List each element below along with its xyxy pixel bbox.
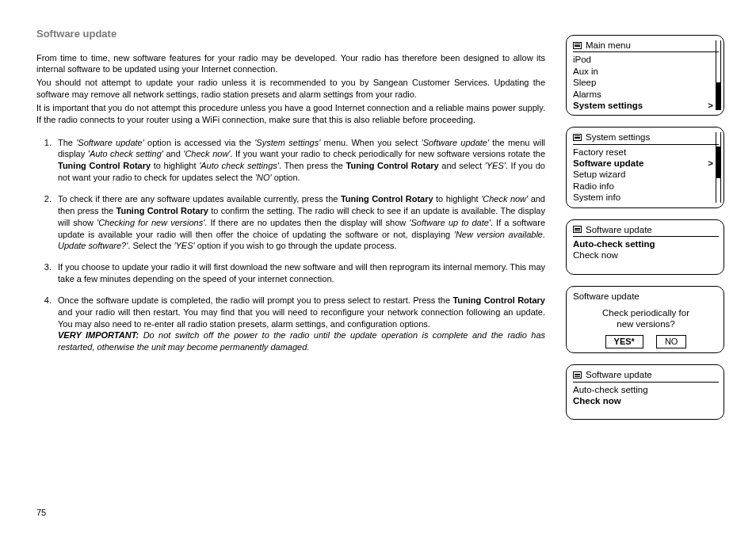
no-button[interactable]: NO <box>656 335 687 349</box>
paragraph-1: From time to time, new software features… <box>36 52 545 76</box>
page-heading: Software update <box>36 27 545 41</box>
screen-system-settings: System settings Factory reset Software u… <box>566 127 724 207</box>
menu-item: System info <box>573 192 719 203</box>
main-text-column: Software update From time to time, new s… <box>36 27 545 500</box>
page-number: 75 <box>36 500 724 517</box>
dialog-message: Check periodically for new versions? <box>573 307 719 330</box>
step-4: Once the software update is completed, t… <box>54 295 545 353</box>
instruction-list: The 'Software update' option is accessed… <box>36 137 545 354</box>
menu-item: Radio info <box>573 181 719 192</box>
menu-item: Auto-check setting <box>573 384 719 395</box>
step-3: If you choose to update your radio it wi… <box>54 261 545 285</box>
menu-item-selected: Check now <box>573 395 719 406</box>
menu-item: iPod <box>573 54 719 65</box>
screen-title: Software update <box>573 291 640 302</box>
paragraph-2: You should not attempt to update your ra… <box>36 77 545 101</box>
screen-title: Software update <box>586 224 652 235</box>
menu-item: Aux in <box>573 66 719 77</box>
menu-item: Setup wizard <box>573 169 719 180</box>
menu-item-selected: Software update> <box>573 158 719 169</box>
menu-icon <box>573 134 582 141</box>
scrollbar <box>716 132 721 202</box>
screen-title: Main menu <box>586 40 631 51</box>
screen-main-menu: Main menu iPod Aux in Sleep Alarms Syste… <box>566 35 724 116</box>
menu-item: Sleep <box>573 77 719 88</box>
menu-icon <box>573 371 582 379</box>
screen-software-update-2: Software update Auto-check setting Check… <box>566 364 724 420</box>
menu-item-selected: System settings> <box>573 100 719 111</box>
yes-button[interactable]: YES* <box>605 335 643 349</box>
menu-item: Alarms <box>573 89 719 100</box>
screens-column: Main menu iPod Aux in Sleep Alarms Syste… <box>566 27 724 500</box>
screen-title: System settings <box>586 131 650 143</box>
step-1: The 'Software update' option is accessed… <box>54 137 545 184</box>
screen-software-update-1: Software update Auto-check setting Check… <box>566 219 724 275</box>
menu-icon <box>573 226 582 233</box>
menu-item-selected: Auto-check setting <box>573 238 719 249</box>
step-2: To check if there are any software updat… <box>54 193 545 252</box>
menu-item: Check now <box>573 249 719 261</box>
screen-title: Software update <box>586 369 652 380</box>
scrollbar <box>716 40 721 110</box>
menu-item: Factory reset <box>573 147 719 158</box>
menu-icon <box>573 42 582 49</box>
paragraph-3: It is important that you do not attempt … <box>36 102 545 126</box>
screen-confirm-dialog: Software update Check periodically for n… <box>566 286 724 354</box>
